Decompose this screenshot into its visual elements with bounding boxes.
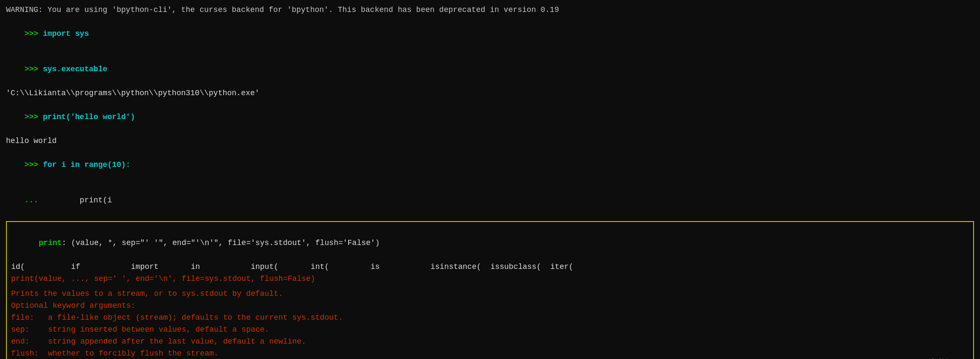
doc-line-3: file: a file-like object (stream); defau… [11,312,969,324]
output-line-2: hello world [6,135,974,147]
doc-line-1: Prints the values to a stream, or to sys… [11,288,969,300]
cmd-line-4: >>> for i in range(10): [6,147,974,183]
prompt-1: >>> [24,29,43,38]
print-keyword: print [39,239,62,247]
doc-line-5: end: string appended after the last valu… [11,336,969,348]
continuation-line: ... print(i [6,183,974,219]
prompt-4: >>> [24,161,43,169]
cmd-line-3: >>> print('hello world') [6,99,974,135]
usage-line: print(value, ..., sep=' ', end='\n', fil… [11,273,969,285]
prompt-2: >>> [24,65,43,73]
autocomplete-signature: print: (value, *, sep="' '", end="'\n'",… [11,225,969,261]
continuation-prompt: ... [24,196,43,204]
cmd-line-1: >>> import sys [6,16,974,52]
cmd-3: print('hello world') [43,113,135,121]
doc-line-4: sep: string inserted between values, def… [11,324,969,336]
signature-rest: : (value, *, sep="' '", end="'\n'", file… [62,239,380,247]
terminal: WARNING: You are using 'bpython-cli', th… [0,0,980,359]
completions-line: id( if import in input( int( is isinstan… [11,261,969,273]
continuation-code: print(i [43,196,112,204]
cmd-1: import sys [43,29,89,38]
cmd-4: for i in range(10): [43,161,130,169]
cmd-line-2: >>> sys.executable [6,52,974,88]
doc-line-6: flush: whether to forcibly flush the str… [11,348,969,359]
doc-line-2: Optional keyword arguments: [11,300,969,312]
autocomplete-box: print: (value, *, sep="' '", end="'\n'",… [6,221,974,359]
warning-line: WARNING: You are using 'bpython-cli', th… [6,4,974,16]
prompt-3: >>> [24,113,43,121]
cmd-2: sys.executable [43,65,107,73]
output-line-1: 'C:\\Likianta\\programs\\python\\python3… [6,88,974,99]
